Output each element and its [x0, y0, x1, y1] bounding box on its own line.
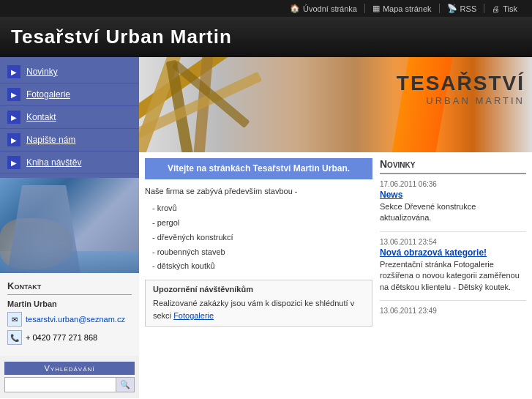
- search-box: Vyhledávání 🔍: [4, 362, 135, 392]
- top-nav-home[interactable]: 🏠 Úvodní stránka: [282, 4, 365, 13]
- search-input-row: 🔍: [4, 377, 135, 392]
- top-nav-rss[interactable]: 📡 RSS: [440, 4, 485, 13]
- print-icon: 🖨: [492, 4, 500, 13]
- email-icon: ✉: [7, 312, 22, 327]
- news-desc-1: Sekce Dřevené konstrukce aktualizována.: [380, 201, 526, 224]
- search-button[interactable]: 🔍: [116, 378, 134, 392]
- news-item-2: 13.06.2011 23:54 Nová obrazová kategorie…: [380, 238, 526, 293]
- nav-arrow-icon: ▶: [7, 111, 20, 124]
- news-link-1[interactable]: News: [380, 190, 526, 200]
- layout: ▶ Novinky ▶ Fotogalerie ▶ Kontakt ▶ Napi…: [0, 57, 532, 398]
- nav-label-kontakt: Kontakt: [26, 112, 56, 122]
- kontakt-title: Kontakt: [7, 280, 132, 295]
- services-list: - krovů - pergol - dřevěných konstrukcí …: [152, 201, 372, 274]
- sidebar: ▶ Novinky ▶ Fotogalerie ▶ Kontakt ▶ Napi…: [0, 57, 139, 398]
- news-item-1: 17.06.2011 06:36 News Sekce Dřevené kons…: [380, 180, 526, 224]
- notice-box: Upozornění návštěvníkům Realizované zaká…: [145, 280, 372, 327]
- news-item-3: 13.06.2011 23:49: [380, 307, 526, 315]
- site-header: Tesařství Urban Martin: [0, 17, 532, 57]
- nav-arrow-icon: ▶: [7, 88, 20, 101]
- news-divider: [380, 300, 526, 301]
- email-link[interactable]: tesarstvi.urban@seznam.cz: [26, 315, 125, 324]
- kontakt-phone-row: 📞 + 0420 777 271 868: [7, 330, 132, 345]
- service-item: - dětských koutků: [152, 259, 372, 274]
- nav-arrow-icon: ▶: [7, 133, 20, 146]
- novinky-title: Novinky: [380, 158, 526, 174]
- top-bar: 🏠 Úvodní stránka ▦ Mapa stránek 📡 RSS 🖨 …: [0, 0, 532, 17]
- wood-beams-graphic: [139, 57, 300, 152]
- nav-item-fotogalerie[interactable]: ▶ Fotogalerie: [0, 83, 139, 106]
- kontakt-email-row: ✉ tesarstvi.urban@seznam.cz: [7, 312, 132, 327]
- nav-item-novinky[interactable]: ▶ Novinky: [0, 61, 139, 83]
- hero-brand: TESAŘSTVÍ URBAN MARTIN: [397, 72, 525, 106]
- hero-brand-sub: URBAN MARTIN: [397, 95, 525, 106]
- news-date-1: 17.06.2011 06:36: [380, 180, 526, 188]
- hero-brand-main: TESAŘSTVÍ: [397, 72, 525, 95]
- nav-label-napiste: Napište nám: [26, 135, 75, 145]
- phone-icon: 📞: [7, 330, 22, 345]
- service-item: - pergol: [152, 216, 372, 231]
- nav-item-kontakt[interactable]: ▶ Kontakt: [0, 106, 139, 129]
- service-item: - krovů: [152, 201, 372, 216]
- content-area: Vítejte na stránkách Tesařství Martin Ur…: [139, 152, 532, 332]
- nav-label-fotogalerie: Fotogalerie: [26, 89, 70, 100]
- nav-label-novinky: Novinky: [26, 67, 58, 77]
- search-label: Vyhledávání: [4, 362, 135, 375]
- novinky-panel: Novinky 17.06.2011 06:36 News Sekce Dřev…: [380, 158, 526, 327]
- news-date-2: 13.06.2011 23:54: [380, 238, 526, 246]
- intro-text: Naše firma se zabývá především stavbou -: [145, 185, 372, 198]
- news-date-3: 13.06.2011 23:49: [380, 307, 526, 315]
- news-link-2[interactable]: Nová obrazová kategorie!: [380, 247, 526, 258]
- news-desc-2: Prezentační stránka Fotogalerie rozšířen…: [380, 259, 526, 293]
- service-item: - dřevěných konstrukcí: [152, 231, 372, 245]
- hero-banner: TESAŘSTVÍ URBAN MARTIN: [139, 57, 532, 152]
- sidebar-image: [0, 178, 139, 273]
- service-item: - roubenných staveb: [152, 245, 372, 260]
- left-content: Vítejte na stránkách Tesařství Martin Ur…: [145, 158, 372, 327]
- top-nav-sitemap[interactable]: ▦ Mapa stránek: [365, 4, 440, 13]
- kontakt-name: Martin Urban: [7, 299, 132, 308]
- kontakt-section: Kontakt Martin Urban ✉ tesarstvi.urban@s…: [0, 273, 139, 356]
- nav-label-kniha: Kniha návštěv: [26, 157, 81, 168]
- rss-icon: 📡: [447, 4, 457, 13]
- notice-title: Upozornění návštěvníkům: [153, 285, 364, 294]
- nav-item-napiste[interactable]: ▶ Napište nám: [0, 129, 139, 152]
- search-input[interactable]: [5, 379, 116, 392]
- nav-item-kniha[interactable]: ▶ Kniha návštěv: [0, 152, 139, 174]
- nav-menu: ▶ Novinky ▶ Fotogalerie ▶ Kontakt ▶ Napi…: [0, 57, 139, 178]
- cliff-shape: [7, 185, 80, 273]
- news-divider: [380, 231, 526, 232]
- nav-arrow-icon: ▶: [7, 156, 20, 169]
- welcome-box: Vítejte na stránkách Tesařství Martin Ur…: [145, 158, 372, 179]
- nav-arrow-icon: ▶: [7, 65, 20, 78]
- phone-number: + 0420 777 271 868: [26, 333, 97, 342]
- home-icon: 🏠: [290, 4, 300, 13]
- main-content: TESAŘSTVÍ URBAN MARTIN Vítejte na stránk…: [139, 57, 532, 398]
- notice-text: Realizované zakázky jsou vám k dispozici…: [153, 297, 364, 321]
- top-nav-print[interactable]: 🖨 Tisk: [484, 4, 525, 13]
- site-title: Tesařství Urban Martin: [11, 26, 232, 48]
- sitemap-icon: ▦: [372, 4, 380, 13]
- notice-link[interactable]: Fotogalerie: [173, 311, 214, 320]
